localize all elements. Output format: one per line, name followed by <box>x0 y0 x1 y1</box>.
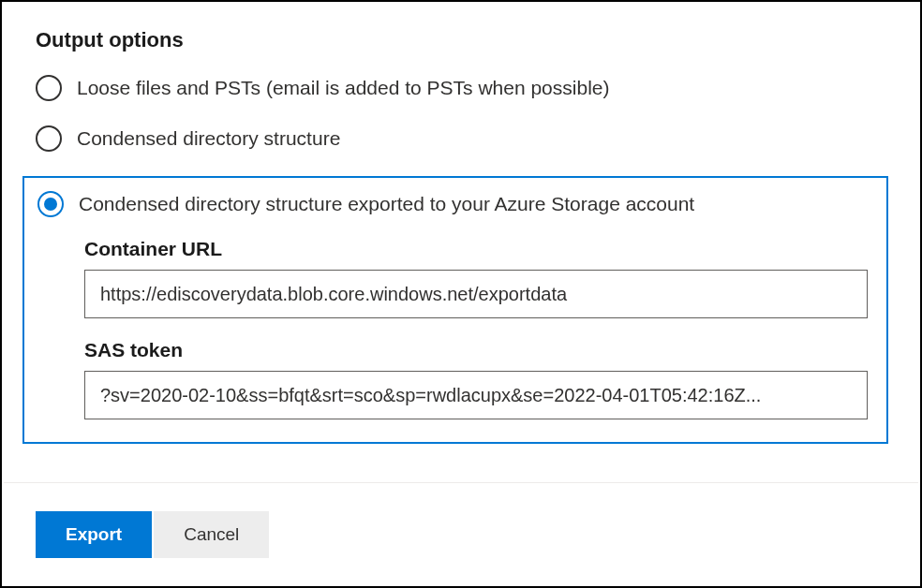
radio-label: Condensed directory structure exported t… <box>79 193 694 215</box>
container-url-field-group: Container URL <box>84 238 868 318</box>
output-options-section: Output options Loose files and PSTs (ema… <box>2 2 920 444</box>
container-url-input[interactable] <box>84 270 868 318</box>
radio-option-condensed[interactable]: Condensed directory structure <box>36 125 886 152</box>
container-url-label: Container URL <box>84 238 868 260</box>
radio-option-azure[interactable]: Condensed directory structure exported t… <box>37 191 873 217</box>
footer-divider <box>4 482 918 483</box>
radio-icon <box>36 75 62 101</box>
selected-option-panel: Condensed directory structure exported t… <box>22 176 888 444</box>
section-title: Output options <box>36 28 886 52</box>
export-button[interactable]: Export <box>36 511 152 558</box>
radio-icon <box>36 125 62 152</box>
cancel-button[interactable]: Cancel <box>154 511 269 558</box>
sas-token-field-group: SAS token <box>84 339 868 419</box>
radio-icon-selected <box>37 191 64 217</box>
radio-dot-icon <box>44 198 57 211</box>
button-bar: Export Cancel <box>36 511 269 558</box>
radio-label: Condensed directory structure <box>77 127 340 150</box>
sas-token-input[interactable] <box>84 371 868 419</box>
radio-option-loose[interactable]: Loose files and PSTs (email is added to … <box>36 75 886 101</box>
sas-token-label: SAS token <box>84 339 868 361</box>
radio-label: Loose files and PSTs (email is added to … <box>77 77 609 99</box>
